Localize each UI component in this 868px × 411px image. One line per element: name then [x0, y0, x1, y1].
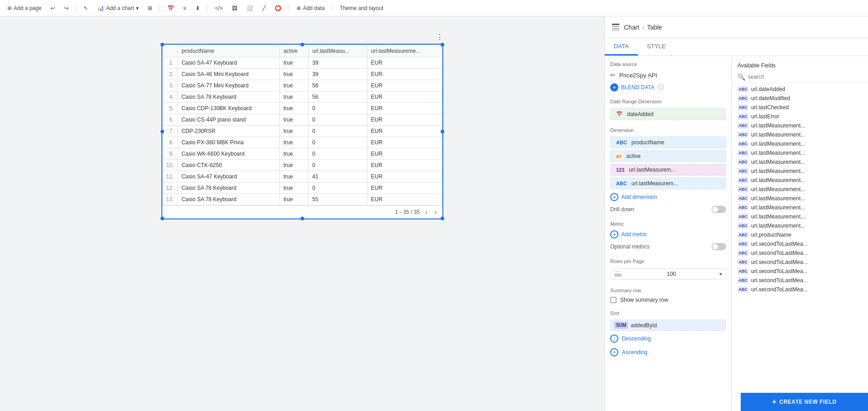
panel-tabs: DATA STYLE — [605, 38, 868, 56]
create-new-field-button[interactable]: + CREATE NEW FIELD — [741, 393, 868, 411]
dim-url2-chip[interactable]: ABC url.lastMeasurem... — [610, 178, 726, 189]
available-field-item[interactable]: ABC url.lastMeasurement... — [732, 194, 868, 203]
image-button[interactable]: 🖼 — [228, 3, 241, 13]
box-button[interactable]: ⬜ — [243, 3, 257, 13]
plus-icon: ⊕ — [7, 5, 12, 11]
table-row: 11. Casio SA-47 Keyboard true 41 EUR — [162, 171, 442, 183]
shape-button[interactable]: ⭕ — [271, 3, 285, 13]
url-col4-cell: EUR — [367, 80, 442, 91]
drill-down-toggle[interactable] — [712, 206, 726, 213]
rows-per-page-select[interactable]: 100 ▾ — [610, 269, 726, 279]
active-cell: true — [280, 80, 308, 91]
dim-url1-chip[interactable]: 123 url.lastMeasurem... — [610, 164, 726, 176]
add-chart-button[interactable]: 📊 Add a chart ▾ — [94, 3, 142, 13]
field-name-label: url.lastMeasurement... — [751, 141, 805, 147]
url-col4-cell: EUR — [367, 103, 442, 114]
resize-handle-tl[interactable] — [161, 43, 164, 46]
field-type-icon: ABC — [738, 268, 748, 274]
available-field-item[interactable]: ABC url.lastMeasurement... — [732, 121, 868, 130]
add-dimension-row[interactable]: + Add dimension — [605, 191, 732, 203]
resize-handle-tr[interactable] — [441, 43, 444, 46]
fields-search-input[interactable] — [748, 74, 863, 80]
chevron-down-icon: ▾ — [136, 5, 139, 11]
available-field-item[interactable]: ABC url.dateAdded — [732, 85, 868, 94]
active-cell: true — [280, 148, 308, 160]
add-page-button[interactable]: ⊕ Add a page — [4, 3, 45, 13]
field-name-label: url.lastChecked — [751, 104, 789, 111]
resize-handle-br[interactable] — [441, 217, 444, 220]
line-button[interactable]: ╱ — [259, 3, 269, 13]
active-cell: true — [280, 171, 308, 183]
resize-handle-mr[interactable] — [441, 130, 444, 133]
available-field-item[interactable]: ABC url.lastError — [732, 112, 868, 121]
available-field-item[interactable]: ABC url.secondToLastMea... — [732, 239, 868, 249]
canvas-area[interactable]: ⋮ productName active — [0, 16, 604, 411]
available-field-item[interactable]: ABC url.lastChecked — [732, 103, 868, 112]
asc-circle-icon2: + — [610, 348, 618, 356]
active-cell: true — [280, 160, 308, 171]
available-field-item[interactable]: ABC url.secondToLastMea... — [732, 276, 868, 285]
available-field-item[interactable]: ABC url.lastMeasurement... — [732, 176, 868, 185]
dim-active-chip[interactable]: x= active — [610, 150, 726, 162]
table-row: 3. Casio SA-77 Mini Keyboard true 56 EUR — [162, 80, 442, 91]
available-field-item[interactable]: ABC url.lastMeasurement... — [732, 221, 868, 230]
next-page-button[interactable]: › — [433, 208, 439, 217]
available-field-item[interactable]: ABC url.secondToLastMea... — [732, 258, 868, 267]
redo-button[interactable]: ↪ — [60, 3, 72, 13]
add-metric-row[interactable]: + Add metric — [605, 228, 732, 240]
prev-page-button[interactable]: ‹ — [423, 208, 429, 217]
theme-layout-button[interactable]: Theme and layout — [336, 3, 387, 13]
add-metric-icon: + — [610, 230, 618, 238]
ascending-label: Ascending — [622, 349, 726, 355]
available-field-item[interactable]: ABC url.lastMeasurement... — [732, 167, 868, 176]
chart-icon: 📊 — [97, 5, 104, 11]
available-field-item[interactable]: ABC url.dateModified — [732, 94, 868, 103]
info-icon[interactable]: ⓘ — [657, 83, 664, 91]
resize-handle-bl[interactable] — [161, 217, 164, 220]
tab-style[interactable]: STYLE — [638, 38, 675, 56]
available-field-item[interactable]: ABC url.lastMeasurement... — [732, 130, 868, 139]
field-type-icon: ABC — [738, 177, 748, 183]
resize-handle-tm[interactable] — [301, 43, 304, 46]
field-type-icon: ABC — [738, 104, 748, 111]
code-button[interactable]: </> — [211, 3, 226, 13]
calendar-button[interactable]: 📅 — [164, 3, 178, 13]
sort-chip-label: addedById — [631, 322, 722, 329]
field-type-icon: ABC — [738, 277, 748, 284]
available-field-item[interactable]: ABC url.productName — [732, 230, 868, 239]
available-field-item[interactable]: ABC url.lastMeasurement... — [732, 139, 868, 148]
available-field-item[interactable]: ABC url.secondToLastMea... — [732, 267, 868, 276]
blend-data-button[interactable]: + BLEND DATA — [610, 83, 655, 91]
filter-button[interactable]: ≡ — [180, 3, 190, 13]
sort-button[interactable]: ⬇ — [192, 3, 204, 13]
sort-chip[interactable]: SUM addedById — [610, 320, 726, 331]
dim-text-icon: ABC — [614, 139, 629, 146]
add-data-button[interactable]: ⊕ Add data — [293, 3, 328, 13]
table-row: 13. Casio SA 78 Keyboard true 55 EUR — [162, 194, 442, 205]
optional-metrics-toggle[interactable] — [712, 243, 726, 250]
available-field-item[interactable]: ABC url.lastMeasurement... — [732, 148, 868, 157]
dim-productname-chip[interactable]: ABC productName — [610, 137, 726, 148]
available-field-item[interactable]: ABC url.lastMeasurement... — [732, 203, 868, 212]
available-field-item[interactable]: ABC url.secondToLastMea... — [732, 285, 868, 294]
url-col4-cell: EUR — [367, 171, 442, 183]
available-field-item[interactable]: ABC url.lastMeasurement... — [732, 185, 868, 194]
available-field-item[interactable]: ABC url.secondToLastMea... — [732, 249, 868, 258]
available-field-item[interactable]: ABC url.lastMeasurement... — [732, 157, 868, 167]
date-range-chip[interactable]: 📅 dateAdded — [610, 108, 726, 120]
show-summary-checkbox[interactable] — [610, 297, 617, 303]
undo-button[interactable]: ↩ — [47, 3, 59, 13]
resize-handle-ml[interactable] — [161, 130, 164, 133]
field-name-label: url.secondToLastMea... — [751, 250, 808, 256]
resize-handle-bm[interactable] — [301, 217, 304, 220]
product-name-cell: Casio SA 78 Keyboard — [178, 91, 280, 103]
rows-icon — [614, 271, 622, 277]
tab-data[interactable]: DATA — [605, 38, 638, 56]
select-tool-button[interactable]: ↖ — [80, 3, 92, 13]
grid-view-button[interactable]: ⊞ — [144, 3, 156, 13]
field-name-label: url.lastMeasurement... — [751, 150, 805, 156]
more-options-button[interactable]: ⋮ — [436, 33, 443, 41]
url-col4-cell: EUR — [367, 183, 442, 194]
available-field-item[interactable]: ABC url.lastMeasurement... — [732, 212, 868, 221]
url-col3-cell: 0 — [308, 137, 367, 148]
